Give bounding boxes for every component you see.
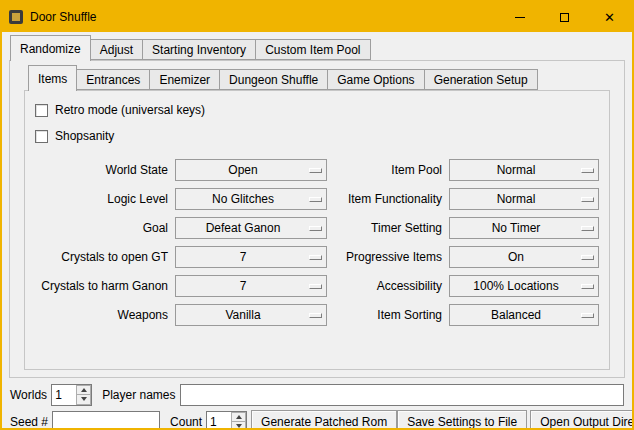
timer-setting-label: Timer Setting [327,221,449,235]
tab-generation-setup[interactable]: Generation Setup [424,69,538,90]
spin-arrows [76,385,91,405]
item-functionality-dropdown[interactable]: Normal [449,188,599,210]
tab-custom-item-pool[interactable]: Custom Item Pool [255,39,370,60]
generate-patched-rom-button[interactable]: Generate Patched Rom [251,410,397,430]
world-state-label: World State [35,163,175,177]
tab-entrances[interactable]: Entrances [76,69,150,90]
weapons-label: Weapons [35,308,175,322]
tab-items[interactable]: Items [28,65,77,91]
dropdown-value: Defeat Ganon [206,221,281,235]
world-state-dropdown[interactable]: Open [175,159,327,181]
dropdown-indicator-icon [309,284,322,289]
count-value[interactable]: 1 [207,412,231,430]
dropdown-value: 7 [240,279,247,293]
player-names-input[interactable] [180,384,625,406]
tab-label: Adjust [100,43,133,57]
seed-label: Seed # [10,415,48,429]
goal-dropdown[interactable]: Defeat Ganon [175,217,327,239]
item-functionality-label: Item Functionality [327,192,449,206]
options-form: World State Open Item Pool Normal Logic … [35,155,609,329]
checkbox-label: Retro mode (universal keys) [55,103,205,117]
dropdown-indicator-icon [309,226,322,231]
tab-label: Dungeon Shuffle [229,73,318,87]
spin-arrows [231,412,246,430]
dropdown-indicator-icon [309,313,322,318]
spin-down-icon[interactable] [231,421,246,430]
count-spinbox[interactable]: 1 [206,411,247,430]
save-settings-button[interactable]: Save Settings to File [397,410,527,430]
bottom-controls: Worlds 1 Player names Seed # Count 1 [10,383,624,430]
minimize-icon [515,17,525,18]
spin-up-icon[interactable] [231,412,246,422]
dropdown-value: Normal [497,163,536,177]
dropdown-value: On [508,250,524,264]
spin-down-icon[interactable] [76,394,91,405]
tab-starting-inventory[interactable]: Starting Inventory [142,39,256,60]
checkbox-box-icon[interactable] [35,104,48,117]
accessibility-dropdown[interactable]: 100% Locations [449,275,599,297]
shopsanity-checkbox[interactable]: Shopsanity [35,123,609,149]
door-shuffle-window: Door Shuffle ✕ Randomize Adjust Starting… [0,0,634,430]
tab-enemizer[interactable]: Enemizer [149,69,220,90]
items-pane: Retro mode (universal keys) Shopsanity W… [24,90,610,370]
dropdown-value: No Timer [492,221,541,235]
item-pool-dropdown[interactable]: Normal [449,159,599,181]
crystals-harm-ganon-dropdown[interactable]: 7 [175,275,327,297]
tab-game-options[interactable]: Game Options [327,69,424,90]
accessibility-label: Accessibility [327,279,449,293]
worlds-row: Worlds 1 Player names [10,383,624,406]
tab-label: Randomize [20,42,81,56]
timer-setting-dropdown[interactable]: No Timer [449,217,599,239]
tab-label: Generation Setup [434,73,528,87]
logic-level-label: Logic Level [35,192,175,206]
titlebar[interactable]: Door Shuffle ✕ [2,2,632,32]
tab-adjust[interactable]: Adjust [90,39,143,60]
checkbox-label: Shopsanity [55,129,114,143]
crystals-open-gt-label: Crystals to open GT [35,250,175,264]
dropdown-value: Balanced [491,308,541,322]
tab-label: Custom Item Pool [265,43,360,57]
worlds-spinbox[interactable]: 1 [51,384,92,406]
open-output-directory-button[interactable]: Open Output Directory [530,410,634,430]
tab-randomize[interactable]: Randomize [10,35,91,61]
close-icon: ✕ [604,11,615,24]
item-sorting-label: Item Sorting [327,308,449,322]
tab-label: Enemizer [159,73,210,87]
count-label: Count [170,415,202,429]
spin-up-icon[interactable] [76,385,91,395]
progressive-items-dropdown[interactable]: On [449,246,599,268]
randomize-pane: Items Entrances Enemizer Dungeon Shuffle… [9,60,625,378]
crystals-open-gt-dropdown[interactable]: 7 [175,246,327,268]
window-title: Door Shuffle [30,10,97,24]
dropdown-indicator-icon [581,197,594,202]
primary-tab-bar: Randomize Adjust Starting Inventory Cust… [10,34,632,60]
dropdown-indicator-icon [309,168,322,173]
item-pool-label: Item Pool [327,163,449,177]
dropdown-value: No Glitches [212,192,274,206]
close-button[interactable]: ✕ [587,2,632,32]
dropdown-value: Normal [497,192,536,206]
dropdown-indicator-icon [581,226,594,231]
worlds-value[interactable]: 1 [52,385,76,405]
secondary-tab-bar: Items Entrances Enemizer Dungeon Shuffle… [28,64,624,90]
seed-row: Seed # Count 1 Generate Patched Rom Save… [10,410,624,430]
maximize-button[interactable] [542,2,587,32]
dropdown-indicator-icon [309,197,322,202]
dropdown-value: Open [228,163,257,177]
tab-label: Entrances [86,73,140,87]
dropdown-indicator-icon [581,284,594,289]
dropdown-indicator-icon [581,255,594,260]
maximize-icon [560,13,569,22]
crystals-harm-ganon-label: Crystals to harm Ganon [35,279,175,293]
retro-mode-checkbox[interactable]: Retro mode (universal keys) [35,97,609,123]
seed-input[interactable] [52,411,160,430]
weapons-dropdown[interactable]: Vanilla [175,304,327,326]
minimize-button[interactable] [497,2,542,32]
item-sorting-dropdown[interactable]: Balanced [449,304,599,326]
dropdown-value: 7 [240,250,247,264]
logic-level-dropdown[interactable]: No Glitches [175,188,327,210]
tab-dungeon-shuffle[interactable]: Dungeon Shuffle [219,69,328,90]
checkbox-box-icon[interactable] [35,130,48,143]
player-names-label: Player names [102,388,175,402]
dropdown-value: 100% Locations [473,279,558,293]
